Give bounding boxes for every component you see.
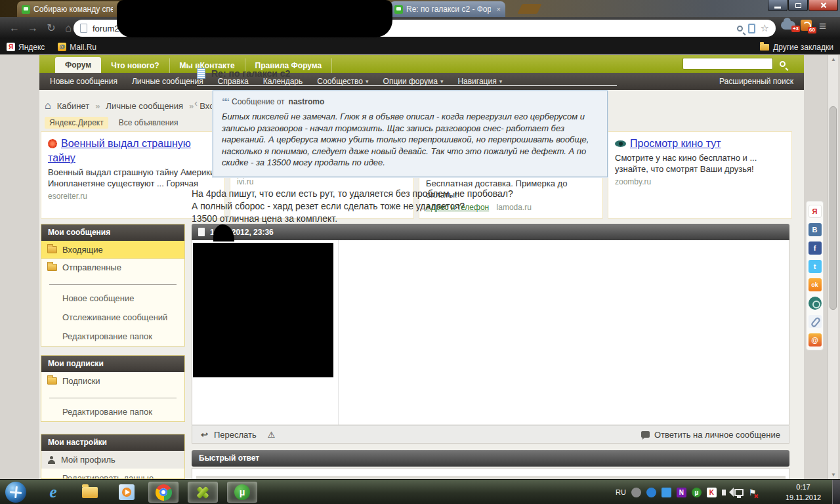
start-button[interactable] — [5, 482, 26, 503]
home-icon[interactable]: ⌂ — [45, 100, 51, 112]
vk-icon[interactable]: В — [808, 223, 822, 236]
quote-label: Сообщение от — [232, 97, 285, 106]
breadcrumb-item[interactable]: Кабинет — [57, 101, 89, 111]
nav-advanced-search[interactable]: Расширенный поиск — [719, 77, 793, 86]
tab-title: Собираю команду спец — [33, 5, 113, 14]
reload-button[interactable]: ↻ — [43, 20, 59, 36]
folder-icon — [47, 246, 57, 253]
chevron-down-icon: ▾ — [440, 78, 444, 85]
onenote-icon[interactable]: N — [677, 488, 686, 497]
ad-title-link[interactable]: Просмотр кино тут — [615, 138, 721, 149]
taskbar-media-player[interactable] — [112, 482, 142, 503]
forward-button[interactable]: Переслать — [214, 430, 257, 440]
nav-new-messages[interactable]: Новые сообщения — [50, 77, 117, 86]
sidebar-link-track-messages[interactable]: Отслеживание сообщений — [41, 308, 184, 327]
sidebar-item-subscriptions[interactable]: Подписки — [41, 372, 184, 390]
paperclip-icon[interactable] — [808, 315, 822, 328]
window-close-button[interactable] — [808, 0, 838, 11]
browser-tab-3[interactable]: Re: по галакси c2 - Фору × — [390, 1, 505, 17]
nav-label: Навигация — [457, 77, 496, 86]
sidebar-item-label: Мой профиль — [61, 455, 116, 465]
twitter-icon[interactable]: t — [808, 260, 822, 273]
forum-search-button[interactable] — [780, 58, 797, 70]
nav-navigation[interactable]: Навигация▾ — [457, 77, 502, 86]
forum-tab-forum[interactable]: Форум — [55, 57, 101, 73]
window-minimize-button[interactable] — [768, 0, 788, 11]
report-warning-icon[interactable]: ⚠ — [268, 430, 276, 440]
message-body: На 4pda пишут, что если есть рут, то уда… — [192, 188, 638, 225]
yandex-direct-label[interactable]: Яндекс.Директ — [45, 117, 108, 129]
sidebar-item-my-profile[interactable]: Мой профиль — [41, 451, 184, 469]
breadcrumb-item[interactable]: Личные сообщения — [106, 101, 183, 111]
antivirus-icon[interactable]: K — [707, 488, 717, 497]
sidebar-header: Мои настройки — [41, 434, 184, 451]
taskbar-ie[interactable]: e — [38, 482, 68, 503]
other-bookmarks-button[interactable]: Другие закладки — [760, 43, 833, 52]
facebook-icon[interactable]: f — [808, 242, 822, 255]
tray-app-icon[interactable] — [646, 488, 656, 497]
forum-search-input[interactable] — [682, 58, 773, 70]
taskbar-clock[interactable]: 0:17 19.11.2012 — [780, 482, 827, 503]
mailru-share-icon[interactable]: @ — [808, 333, 822, 346]
goto-quoted-post-icon[interactable]: ‹ — [194, 97, 198, 108]
quick-reply-editor[interactable] — [192, 468, 789, 479]
site-favicon — [22, 5, 30, 14]
nav-forum-options[interactable]: Опции форума▾ — [383, 77, 444, 86]
sidebar-link-edit-folders[interactable]: Редактирование папок — [41, 402, 184, 421]
zoom-icon[interactable] — [737, 26, 743, 32]
sun-badge-icon — [48, 139, 57, 148]
forward-button[interactable]: → — [25, 20, 41, 36]
volume-icon[interactable] — [722, 490, 726, 495]
sidebar-item-inbox[interactable]: Входящие — [41, 241, 184, 259]
taskbar-green-app[interactable] — [188, 482, 218, 503]
extension-cloud-icon[interactable]: +3 — [781, 21, 795, 30]
bookmark-yandex[interactable]: Я Яндекс — [7, 43, 45, 52]
action-center-flag-icon[interactable]: ⚑ — [749, 488, 757, 497]
scrollbar[interactable]: ▲ ▼ — [828, 55, 838, 479]
utorrent-tray-icon[interactable]: µ — [692, 488, 702, 497]
taskbar-chrome[interactable] — [148, 482, 178, 503]
nav-private-messages[interactable]: Личные сообщения — [132, 77, 203, 86]
show-desktop-button[interactable] — [832, 480, 840, 504]
tray-hidden-icon[interactable] — [631, 488, 641, 497]
forum-nav-bar: Новые сообщения Личные сообщения Справка… — [39, 73, 804, 90]
clock-date: 19.11.2012 — [780, 492, 827, 503]
taskbar-explorer[interactable] — [75, 482, 105, 503]
language-indicator[interactable]: RU — [616, 488, 626, 496]
scroll-up-icon[interactable]: ▲ — [828, 56, 839, 62]
message-panel — [192, 240, 789, 425]
sidebar-my-messages: Мои сообщения Входящие Отправленные Ново… — [41, 224, 185, 346]
all-ads-link[interactable]: Все объявления — [119, 118, 178, 127]
message-title-row: Re: по галакси c2 — [197, 68, 290, 79]
taskbar-utorrent[interactable]: µ — [227, 482, 257, 503]
extension-feed-icon[interactable]: 60 — [801, 20, 812, 31]
bookmark-star-icon[interactable]: ☆ — [761, 22, 769, 34]
ad-title-link[interactable]: Военный выдал страшную тайну — [48, 138, 191, 163]
reply-button[interactable]: Ответить на личное сообщение — [641, 430, 780, 440]
system-tray: RU N µ K ⚑ — [616, 482, 757, 503]
google-share-icon[interactable] — [808, 297, 822, 310]
search-icon — [780, 61, 786, 67]
mobile-icon[interactable] — [748, 24, 755, 33]
network-icon[interactable] — [734, 489, 744, 496]
scroll-down-icon[interactable]: ▼ — [828, 472, 839, 478]
browser-tab-1[interactable]: Собираю команду спец × — [17, 1, 127, 17]
odnoklassniki-icon[interactable]: ok — [808, 278, 822, 291]
tab-close-icon[interactable]: × — [497, 5, 501, 13]
sidebar-link-new-message[interactable]: Новое сообщение — [41, 289, 184, 308]
sidebar-link-edit-data[interactable]: Редактировать данные — [41, 469, 184, 479]
nav-community[interactable]: Сообщество▾ — [317, 77, 368, 86]
browser-menu-icon[interactable]: ≡ — [819, 19, 826, 33]
new-tab-button[interactable] — [518, 4, 542, 14]
bookmarks-bar: Я Яндекс @ Mail.Ru Другие закладки — [0, 39, 840, 54]
bookmark-mailru[interactable]: @ Mail.Ru — [58, 43, 96, 52]
sidebar-item-sent[interactable]: Отправленные — [41, 259, 184, 276]
back-button[interactable]: ← — [7, 20, 22, 36]
dropbox-icon[interactable] — [662, 488, 671, 497]
window-maximize-button[interactable] — [788, 0, 808, 11]
close-icon — [820, 2, 827, 9]
sidebar-link-edit-folders[interactable]: Редактирование папок — [41, 327, 184, 346]
scrollbar-thumb[interactable] — [830, 106, 837, 310]
yandex-share-icon[interactable]: Я — [808, 205, 822, 218]
forum-tab-whats-new[interactable]: Что нового? — [101, 58, 169, 73]
